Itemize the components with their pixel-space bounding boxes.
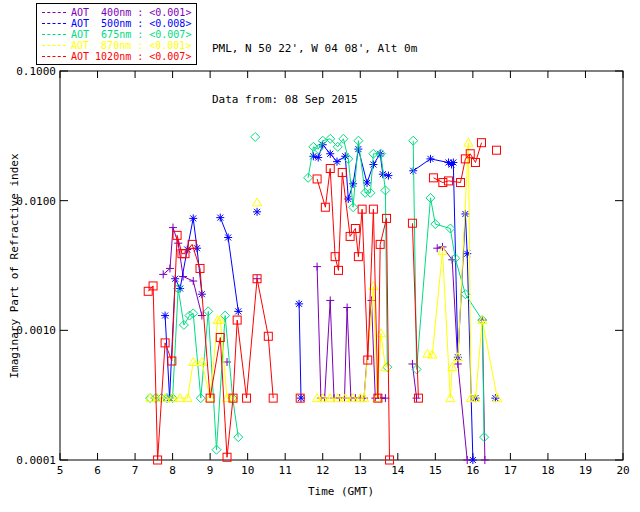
marker-asterisk bbox=[161, 312, 169, 320]
legend-dash-sample bbox=[42, 23, 66, 24]
marker-plus bbox=[313, 263, 321, 271]
marker-plus bbox=[189, 277, 197, 285]
legend-label: AOT 1020nm : <0.007> bbox=[71, 51, 191, 62]
marker-plus bbox=[343, 304, 351, 312]
marker-plus bbox=[481, 456, 489, 464]
marker-square bbox=[477, 139, 485, 147]
series-line-aot-500nm bbox=[413, 159, 473, 460]
legend-dash-sample bbox=[42, 12, 66, 13]
marker-plus bbox=[169, 224, 177, 232]
marker-asterisk bbox=[426, 155, 434, 163]
y-tick-label: 0.0001 bbox=[16, 454, 56, 467]
x-tick-label: 13 bbox=[354, 464, 367, 477]
series-line-aot-500nm bbox=[299, 304, 301, 398]
legend-label: AOT 870nm : <0.001> bbox=[71, 40, 191, 51]
marker-square bbox=[493, 146, 501, 154]
legend-item-aot-500nm: AOT 500nm : <0.008> bbox=[42, 18, 191, 29]
marker-plus bbox=[413, 394, 421, 402]
legend-dash-sample bbox=[42, 45, 66, 46]
marker-asterisk bbox=[369, 161, 377, 169]
x-tick-label: 15 bbox=[429, 464, 442, 477]
marker-asterisk bbox=[295, 300, 303, 308]
marker-asterisk bbox=[449, 158, 457, 166]
series-line-aot-870nm bbox=[428, 143, 498, 398]
legend-item-aot-675nm: AOT 675nm : <0.007> bbox=[42, 29, 191, 40]
x-tick-label: 11 bbox=[279, 464, 292, 477]
y-tick-label: 0.0100 bbox=[16, 195, 56, 208]
x-tick-label: 12 bbox=[316, 464, 329, 477]
marker-asterisk bbox=[326, 150, 334, 158]
plot-page: AOT 400nm : <0.001>AOT 500nm : <0.008>AO… bbox=[0, 0, 640, 512]
series-line-aot-500nm bbox=[220, 218, 238, 312]
plot-header: PML, N 50 22', W 04 08', Alt 0m Data fro… bbox=[212, 6, 417, 142]
x-tick-label: 20 bbox=[616, 464, 629, 477]
x-tick-label: 19 bbox=[579, 464, 592, 477]
marker-asterisk bbox=[253, 208, 261, 216]
marker-asterisk bbox=[189, 214, 197, 222]
header-date-line: Data from: 08 Sep 2015 bbox=[212, 91, 417, 108]
marker-square bbox=[313, 175, 321, 183]
series-line-aot-400nm bbox=[412, 364, 416, 398]
x-axis-label: Time (GMT) bbox=[308, 485, 374, 498]
legend-box: AOT 400nm : <0.001>AOT 500nm : <0.008>AO… bbox=[36, 3, 197, 65]
x-tick-label: 6 bbox=[94, 464, 101, 477]
header-site-line: PML, N 50 22', W 04 08', Alt 0m bbox=[212, 40, 417, 57]
marker-plus bbox=[326, 296, 334, 304]
legend-item-aot-870nm: AOT 870nm : <0.001> bbox=[42, 40, 191, 51]
x-tick-label: 16 bbox=[466, 464, 479, 477]
marker-diamond bbox=[304, 173, 313, 182]
x-tick-label: 14 bbox=[391, 464, 405, 477]
marker-asterisk bbox=[224, 233, 232, 241]
marker-asterisk bbox=[314, 154, 322, 162]
y-tick-label: 0.1000 bbox=[16, 65, 56, 78]
marker-square bbox=[429, 174, 437, 182]
x-tick-label: 8 bbox=[169, 464, 176, 477]
marker-asterisk bbox=[384, 172, 392, 180]
marker-asterisk bbox=[234, 307, 242, 315]
legend-item-aot-400nm: AOT 400nm : <0.001> bbox=[42, 7, 191, 18]
x-tick-label: 18 bbox=[541, 464, 554, 477]
legend-item-aot-1020nm: AOT 1020nm : <0.007> bbox=[42, 51, 191, 62]
marker-asterisk bbox=[216, 214, 224, 222]
x-tick-label: 7 bbox=[132, 464, 139, 477]
series-line-aot-400nm bbox=[437, 247, 467, 460]
series-line-aot-1020nm bbox=[434, 143, 482, 183]
marker-asterisk bbox=[469, 456, 477, 464]
marker-triangle bbox=[253, 198, 262, 206]
marker-triangle bbox=[197, 357, 206, 365]
y-axis-label: Imaginary Part of Refractive index bbox=[8, 153, 21, 378]
y-tick-label: 0.0010 bbox=[16, 324, 56, 337]
legend-label: AOT 500nm : <0.008> bbox=[71, 18, 191, 29]
legend-label: AOT 675nm : <0.007> bbox=[71, 29, 191, 40]
x-tick-label: 10 bbox=[241, 464, 254, 477]
legend-dash-sample bbox=[42, 56, 66, 57]
x-tick-label: 5 bbox=[57, 464, 64, 477]
legend-dash-sample bbox=[42, 34, 66, 35]
legend-label: AOT 400nm : <0.001> bbox=[71, 7, 191, 18]
x-tick-label: 17 bbox=[504, 464, 517, 477]
x-tick-label: 9 bbox=[207, 464, 214, 477]
